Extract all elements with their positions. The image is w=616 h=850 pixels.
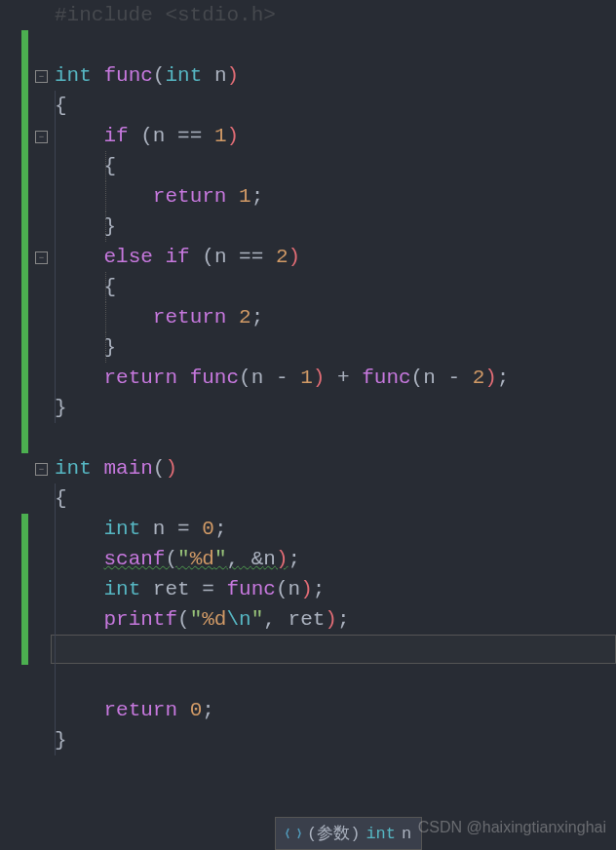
code-line: return 0;	[0, 695, 616, 725]
variable-icon	[286, 826, 301, 841]
code-line: #include <stdio.h>	[0, 0, 616, 30]
parameter-hint-tooltip: (参数) int n	[275, 817, 422, 850]
code-line: − int func(int n)	[0, 60, 616, 91]
code-line: − else if (n == 2)	[0, 242, 616, 272]
code-line: }	[0, 725, 616, 755]
code-line: {	[0, 91, 616, 121]
code-line: printf("%d\n", ret);	[0, 604, 616, 635]
fold-icon[interactable]: −	[35, 131, 48, 143]
fold-icon[interactable]: −	[35, 70, 48, 83]
code-line: scanf("%d", &n);	[0, 544, 616, 574]
code-line: {	[0, 483, 616, 514]
code-line: return 2;	[0, 302, 616, 332]
code-line: }	[0, 393, 616, 423]
code-line: int n = 0;	[0, 514, 616, 544]
code-line: {	[0, 151, 616, 181]
cursor-line[interactable]	[0, 635, 616, 665]
blank-line	[0, 30, 616, 60]
blank-line	[0, 665, 616, 695]
blank-line	[0, 423, 616, 453]
code-line: }	[0, 332, 616, 363]
code-line: {	[0, 272, 616, 302]
code-editor[interactable]: #include <stdio.h> − int func(int n) { −…	[0, 0, 616, 755]
code-line: return 1;	[0, 181, 616, 212]
fold-icon[interactable]: −	[35, 463, 48, 476]
code-line: − if (n == 1)	[0, 121, 616, 151]
watermark: CSDN @haixingtianxinghai	[418, 812, 606, 842]
code-line: − int main()	[0, 453, 616, 483]
code-line: return func(n - 1) + func(n - 2);	[0, 363, 616, 393]
code-line: int ret = func(n);	[0, 574, 616, 604]
fold-icon[interactable]: −	[35, 251, 48, 264]
code-line: }	[0, 212, 616, 242]
